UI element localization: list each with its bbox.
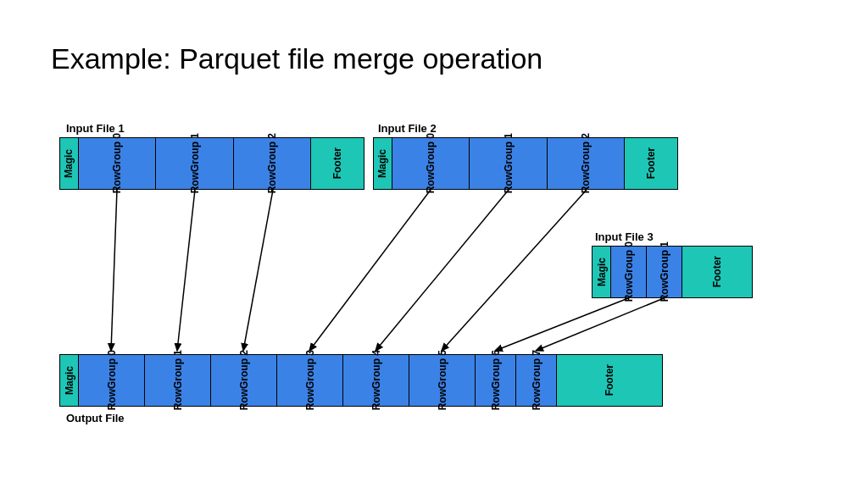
rowgroup-block: RowGroup 2 [548,138,625,189]
rowgroup-block: RowGroup 4 [343,355,409,406]
magic-block: Magic [60,355,79,406]
svg-line-7 [536,298,664,351]
svg-line-4 [376,190,509,351]
svg-line-5 [442,190,587,351]
rowgroup-block: RowGroup 2 [234,138,311,189]
svg-line-6 [495,298,628,351]
svg-line-0 [111,190,117,351]
svg-line-3 [309,190,431,351]
svg-line-2 [243,190,273,351]
input-file-3: Magic RowGroup 0 RowGroup 1 Footer [592,246,753,298]
rowgroup-block: RowGroup 5 [409,355,476,406]
page-title: Example: Parquet file merge operation [51,42,542,75]
footer-block: Footer [311,138,364,189]
rowgroup-block: RowGroup 1 [156,138,233,189]
rowgroup-block: RowGroup 0 [611,247,647,297]
rowgroup-block: RowGroup 2 [211,355,277,406]
input-file-1: Magic RowGroup 0 RowGroup 1 RowGroup 2 F… [59,137,364,190]
rowgroup-block: RowGroup 1 [647,247,682,297]
magic-block: Magic [60,138,79,189]
magic-block: Magic [374,138,392,189]
output-file: Magic RowGroup 0 RowGroup 1 RowGroup 2 R… [59,354,663,407]
output-file-label: Output File [66,412,125,424]
rowgroup-block: RowGroup 6 [476,355,516,406]
svg-line-1 [177,190,195,351]
rowgroup-block: RowGroup 7 [516,355,557,406]
rowgroup-block: RowGroup 3 [277,355,343,406]
rowgroup-block: RowGroup 0 [392,138,470,189]
footer-block: Footer [625,138,677,189]
rowgroup-block: RowGroup 1 [470,138,547,189]
rowgroup-block: RowGroup 0 [79,355,145,406]
magic-block: Magic [593,247,611,297]
footer-block: Footer [557,355,662,406]
rowgroup-block: RowGroup 1 [145,355,211,406]
rowgroup-block: RowGroup 0 [79,138,156,189]
input-file-2: Magic RowGroup 0 RowGroup 1 RowGroup 2 F… [373,137,678,190]
footer-block: Footer [682,247,752,297]
